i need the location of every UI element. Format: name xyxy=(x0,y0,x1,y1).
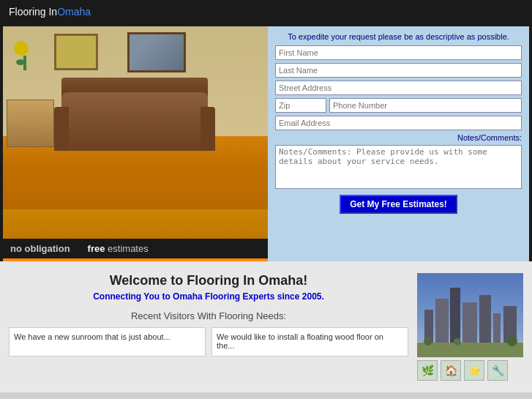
svg-point-11 xyxy=(507,336,517,346)
street-address-input[interactable] xyxy=(275,81,522,95)
city-skyline-svg xyxy=(417,273,523,357)
room-image xyxy=(3,26,268,239)
room-scene xyxy=(3,26,268,209)
contact-form: To expedite your request please be as de… xyxy=(268,26,529,261)
submit-button[interactable]: Get My Free Estimates! xyxy=(340,195,457,214)
first-name-input[interactable] xyxy=(275,45,522,60)
lower-left: Welcome to Flooring In Omaha! Connecting… xyxy=(9,273,408,381)
flower xyxy=(14,41,29,56)
phone-input[interactable] xyxy=(329,98,522,113)
free-text: free estimates xyxy=(88,243,149,254)
notes-textarea[interactable] xyxy=(275,145,522,189)
visitor-card-2: We would like to install a floating wood… xyxy=(211,327,408,357)
bottom-bar: no obligation free estimates xyxy=(3,239,268,258)
city-image xyxy=(417,273,523,357)
sofa-arm-right xyxy=(201,107,215,151)
dresser xyxy=(7,100,54,147)
lower-right: 🌿 🏠 ⭐ 🔧 xyxy=(417,273,523,381)
svg-point-10 xyxy=(454,338,461,346)
leaf xyxy=(16,59,25,65)
sofa xyxy=(61,92,208,151)
svg-rect-8 xyxy=(417,343,523,357)
visitor-card-1: We have a new sunroom that is just about… xyxy=(9,327,206,357)
estimates-word: estimates xyxy=(108,243,149,254)
image-icons: 🌿 🏠 ⭐ 🔧 xyxy=(417,360,523,381)
icon-badge-1: 🌿 xyxy=(417,360,438,381)
picture-frame xyxy=(54,34,98,70)
welcome-title: Welcome to Flooring In Omaha! xyxy=(9,273,408,288)
header-title-link[interactable]: Omaha xyxy=(57,6,91,18)
icon-badge-3: ⭐ xyxy=(464,360,484,381)
sofa-arm-left xyxy=(54,107,69,151)
notes-label: Notes/Comments: xyxy=(275,133,522,142)
no-obligation-text: no obligation xyxy=(10,243,70,254)
top-section: no obligation free estimates To expedite… xyxy=(0,23,532,261)
header-title-prefix: Flooring In xyxy=(9,6,57,18)
form-instruction: To expedite your request please be as de… xyxy=(275,32,522,41)
zip-phone-row xyxy=(275,98,522,113)
visitor-cards: We have a new sunroom that is just about… xyxy=(9,327,408,357)
left-panel: no obligation free estimates xyxy=(3,26,268,261)
wall-art xyxy=(127,32,186,72)
recent-visitors-title: Recent Visitors With Flooring Needs: xyxy=(9,310,408,321)
plant xyxy=(10,37,47,74)
zip-input[interactable] xyxy=(275,98,326,113)
free-word: free xyxy=(88,243,105,254)
header: Flooring In Omaha xyxy=(0,0,532,23)
last-name-input[interactable] xyxy=(275,63,522,78)
svg-point-9 xyxy=(424,337,432,346)
connecting-subtitle: Connecting You to Omaha Flooring Experts… xyxy=(9,291,408,302)
icon-badge-4: 🔧 xyxy=(487,360,508,381)
icon-badge-2: 🏠 xyxy=(441,360,461,381)
lower-section: Welcome to Flooring In Omaha! Connecting… xyxy=(0,261,532,392)
orange-divider xyxy=(3,258,268,261)
email-input[interactable] xyxy=(275,116,522,130)
